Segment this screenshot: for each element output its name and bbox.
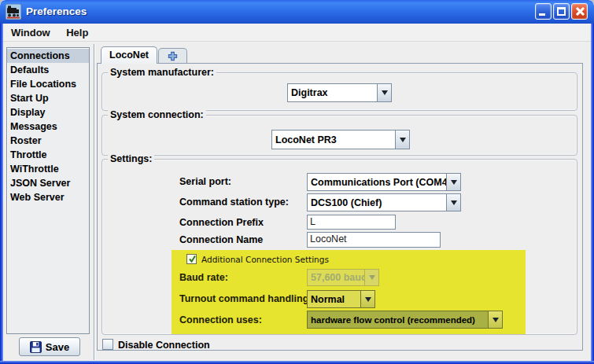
minimize-icon: [539, 13, 545, 16]
close-icon: [574, 6, 585, 17]
minimize-button[interactable]: [535, 3, 552, 20]
connection-uses-dropdown-arrow-icon: [488, 311, 502, 328]
connection-prefix-label: Connection Prefix: [179, 217, 264, 228]
window-border-left: [0, 24, 3, 361]
turnout-handling-label: Turnout command handling:: [179, 293, 312, 304]
system-manufacturer-title: System manufacturer:: [108, 67, 216, 78]
window-border-bottom: [0, 361, 594, 364]
additional-settings-checkbox[interactable]: [186, 254, 197, 264]
window-title: Preferences: [26, 0, 87, 23]
manufacturer-dropdown-arrow-icon: [377, 84, 391, 101]
serial-port-label: Serial port:: [179, 176, 231, 187]
command-station-value: DCS100 (Chief): [308, 197, 446, 208]
sidebar-item-json-server[interactable]: JSON Server: [7, 176, 89, 190]
maximize-button[interactable]: [553, 3, 570, 20]
turnout-handling-dropdown-arrow-icon: [360, 291, 374, 307]
system-connection-title: System connection:: [108, 109, 206, 120]
baud-rate-dropdown-arrow-icon: [364, 270, 378, 285]
serial-port-value: Communications Port (COM4): [308, 177, 446, 188]
check-icon: [187, 254, 197, 264]
preferences-category-list: Connections Defaults File Locations Star…: [6, 47, 90, 334]
serial-port-dropdown-arrow-icon: [446, 174, 460, 190]
command-station-dropdown-arrow-icon: [446, 194, 460, 211]
settings-title: Settings:: [108, 153, 154, 164]
connection-name-input[interactable]: LocoNet: [307, 232, 441, 248]
close-button[interactable]: [571, 3, 588, 20]
sidebar-item-start-up[interactable]: Start Up: [7, 91, 89, 105]
connection-uses-label: Connection uses:: [179, 314, 262, 325]
window-border-right: [591, 24, 594, 361]
tab-loconet[interactable]: LocoNet: [101, 46, 157, 64]
sidebar-item-connections[interactable]: Connections: [7, 49, 89, 63]
turnout-handling-select[interactable]: Normal: [307, 290, 375, 308]
add-tab-plus-icon: [168, 51, 178, 61]
connection-uses-select[interactable]: hardware flow control (recommended): [307, 311, 503, 329]
sidebar-item-messages[interactable]: Messages: [7, 119, 89, 134]
jmri-train-icon: [6, 4, 21, 20]
manufacturer-select[interactable]: Digitrax: [287, 83, 392, 102]
baud-rate-value: 57,600 baud: [308, 272, 364, 283]
connection-prefix-input[interactable]: L: [307, 215, 396, 230]
maximize-icon: [557, 7, 566, 16]
command-station-label: Command station type:: [179, 197, 289, 208]
serial-port-select[interactable]: Communications Port (COM4): [307, 173, 461, 191]
connection-select[interactable]: LocoNet PR3: [271, 130, 410, 149]
connection-value: LocoNet PR3: [272, 134, 395, 145]
sidebar-item-throttle[interactable]: Throttle: [7, 148, 89, 162]
sidebar-item-withrottle[interactable]: WiThrottle: [7, 162, 89, 176]
sidebar-item-web-server[interactable]: Web Server: [7, 190, 89, 204]
titlebar[interactable]: Preferences: [0, 0, 594, 24]
additional-settings-highlight: Additional Connection Settings Baud rate…: [172, 250, 526, 334]
connection-dropdown-arrow-icon: [395, 131, 409, 149]
save-floppy-icon: [30, 341, 42, 353]
disable-connection-checkbox[interactable]: [102, 339, 113, 350]
save-button[interactable]: Save: [19, 337, 80, 356]
command-station-select[interactable]: DCS100 (Chief): [307, 193, 461, 211]
sidebar-item-file-locations[interactable]: File Locations: [7, 77, 89, 91]
baud-rate-label: Baud rate:: [179, 272, 228, 283]
disable-connection-label: Disable Connection: [118, 340, 210, 351]
sidebar-item-display[interactable]: Display: [7, 105, 89, 119]
sidebar-item-defaults[interactable]: Defaults: [7, 63, 89, 77]
connection-uses-value: hardware flow control (recommended): [308, 315, 488, 325]
manufacturer-value: Digitrax: [288, 87, 377, 98]
split-divider[interactable]: [94, 44, 94, 360]
menubar: Window Help: [3, 24, 591, 42]
preferences-window: Preferences Window Help Connections Defa…: [0, 0, 594, 364]
connection-name-label: Connection Name: [179, 234, 263, 245]
save-label: Save: [46, 341, 69, 353]
tab-add-connection[interactable]: [158, 48, 187, 63]
sidebar-item-roster[interactable]: Roster: [7, 134, 89, 148]
menu-window[interactable]: Window: [6, 24, 55, 42]
menu-help[interactable]: Help: [61, 24, 93, 42]
baud-rate-select: 57,600 baud: [307, 269, 379, 286]
additional-settings-label: Additional Connection Settings: [201, 255, 329, 264]
turnout-handling-value: Normal: [308, 294, 360, 305]
